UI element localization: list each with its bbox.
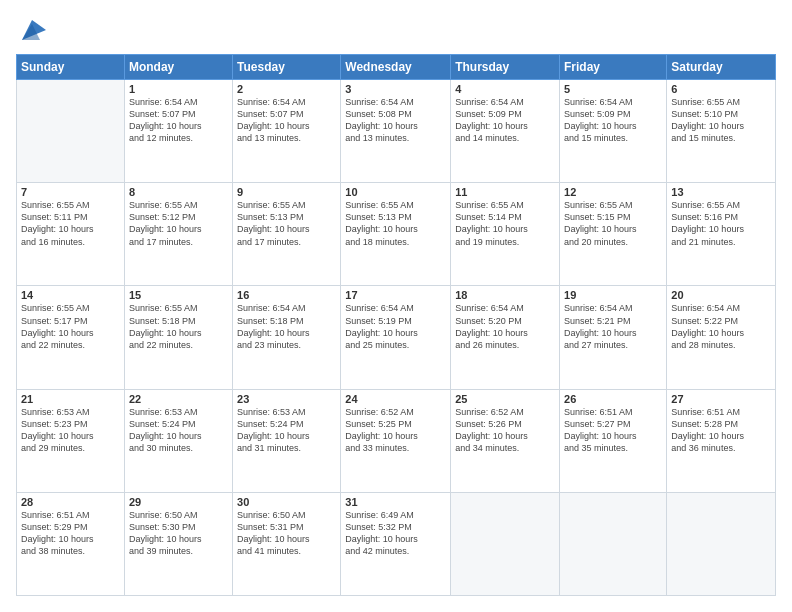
day-info: Sunrise: 6:53 AMSunset: 5:24 PMDaylight:… [237, 406, 336, 455]
day-number: 24 [345, 393, 446, 405]
week-row-2: 7Sunrise: 6:55 AMSunset: 5:11 PMDaylight… [17, 183, 776, 286]
day-number: 9 [237, 186, 336, 198]
calendar-cell: 8Sunrise: 6:55 AMSunset: 5:12 PMDaylight… [124, 183, 232, 286]
day-number: 11 [455, 186, 555, 198]
day-info: Sunrise: 6:52 AMSunset: 5:26 PMDaylight:… [455, 406, 555, 455]
calendar-cell: 29Sunrise: 6:50 AMSunset: 5:30 PMDayligh… [124, 492, 232, 595]
header-cell-tuesday: Tuesday [233, 55, 341, 80]
day-number: 14 [21, 289, 120, 301]
calendar-cell: 21Sunrise: 6:53 AMSunset: 5:23 PMDayligh… [17, 389, 125, 492]
day-number: 18 [455, 289, 555, 301]
calendar-cell [667, 492, 776, 595]
page-header [16, 16, 776, 44]
day-info: Sunrise: 6:55 AMSunset: 5:18 PMDaylight:… [129, 302, 228, 351]
calendar-cell: 11Sunrise: 6:55 AMSunset: 5:14 PMDayligh… [451, 183, 560, 286]
day-number: 5 [564, 83, 662, 95]
calendar-cell: 31Sunrise: 6:49 AMSunset: 5:32 PMDayligh… [341, 492, 451, 595]
calendar-cell: 13Sunrise: 6:55 AMSunset: 5:16 PMDayligh… [667, 183, 776, 286]
day-number: 1 [129, 83, 228, 95]
day-info: Sunrise: 6:54 AMSunset: 5:08 PMDaylight:… [345, 96, 446, 145]
day-info: Sunrise: 6:54 AMSunset: 5:09 PMDaylight:… [564, 96, 662, 145]
calendar-cell: 5Sunrise: 6:54 AMSunset: 5:09 PMDaylight… [560, 80, 667, 183]
header-cell-thursday: Thursday [451, 55, 560, 80]
day-number: 23 [237, 393, 336, 405]
day-number: 21 [21, 393, 120, 405]
day-info: Sunrise: 6:49 AMSunset: 5:32 PMDaylight:… [345, 509, 446, 558]
day-info: Sunrise: 6:52 AMSunset: 5:25 PMDaylight:… [345, 406, 446, 455]
day-info: Sunrise: 6:55 AMSunset: 5:13 PMDaylight:… [345, 199, 446, 248]
day-info: Sunrise: 6:53 AMSunset: 5:24 PMDaylight:… [129, 406, 228, 455]
calendar-cell [560, 492, 667, 595]
day-info: Sunrise: 6:54 AMSunset: 5:20 PMDaylight:… [455, 302, 555, 351]
calendar-cell: 30Sunrise: 6:50 AMSunset: 5:31 PMDayligh… [233, 492, 341, 595]
day-info: Sunrise: 6:54 AMSunset: 5:19 PMDaylight:… [345, 302, 446, 351]
day-number: 15 [129, 289, 228, 301]
day-info: Sunrise: 6:55 AMSunset: 5:13 PMDaylight:… [237, 199, 336, 248]
day-info: Sunrise: 6:54 AMSunset: 5:21 PMDaylight:… [564, 302, 662, 351]
calendar-cell: 6Sunrise: 6:55 AMSunset: 5:10 PMDaylight… [667, 80, 776, 183]
day-number: 31 [345, 496, 446, 508]
calendar-cell: 19Sunrise: 6:54 AMSunset: 5:21 PMDayligh… [560, 286, 667, 389]
day-number: 19 [564, 289, 662, 301]
day-info: Sunrise: 6:53 AMSunset: 5:23 PMDaylight:… [21, 406, 120, 455]
calendar-cell: 26Sunrise: 6:51 AMSunset: 5:27 PMDayligh… [560, 389, 667, 492]
day-number: 13 [671, 186, 771, 198]
calendar-cell: 12Sunrise: 6:55 AMSunset: 5:15 PMDayligh… [560, 183, 667, 286]
day-info: Sunrise: 6:54 AMSunset: 5:18 PMDaylight:… [237, 302, 336, 351]
header-cell-wednesday: Wednesday [341, 55, 451, 80]
calendar-cell: 1Sunrise: 6:54 AMSunset: 5:07 PMDaylight… [124, 80, 232, 183]
day-number: 17 [345, 289, 446, 301]
calendar-cell: 16Sunrise: 6:54 AMSunset: 5:18 PMDayligh… [233, 286, 341, 389]
day-info: Sunrise: 6:51 AMSunset: 5:28 PMDaylight:… [671, 406, 771, 455]
header-cell-friday: Friday [560, 55, 667, 80]
calendar-cell: 28Sunrise: 6:51 AMSunset: 5:29 PMDayligh… [17, 492, 125, 595]
day-number: 29 [129, 496, 228, 508]
week-row-1: 1Sunrise: 6:54 AMSunset: 5:07 PMDaylight… [17, 80, 776, 183]
calendar-cell: 2Sunrise: 6:54 AMSunset: 5:07 PMDaylight… [233, 80, 341, 183]
logo-icon [18, 16, 46, 44]
day-number: 10 [345, 186, 446, 198]
calendar-cell: 10Sunrise: 6:55 AMSunset: 5:13 PMDayligh… [341, 183, 451, 286]
header-row: SundayMondayTuesdayWednesdayThursdayFrid… [17, 55, 776, 80]
day-number: 30 [237, 496, 336, 508]
day-number: 28 [21, 496, 120, 508]
calendar-cell: 4Sunrise: 6:54 AMSunset: 5:09 PMDaylight… [451, 80, 560, 183]
day-number: 3 [345, 83, 446, 95]
calendar-cell: 17Sunrise: 6:54 AMSunset: 5:19 PMDayligh… [341, 286, 451, 389]
day-number: 22 [129, 393, 228, 405]
header-cell-sunday: Sunday [17, 55, 125, 80]
day-number: 27 [671, 393, 771, 405]
day-number: 25 [455, 393, 555, 405]
calendar-page: SundayMondayTuesdayWednesdayThursdayFrid… [0, 0, 792, 612]
calendar-table: SundayMondayTuesdayWednesdayThursdayFrid… [16, 54, 776, 596]
day-number: 26 [564, 393, 662, 405]
calendar-cell [17, 80, 125, 183]
day-info: Sunrise: 6:54 AMSunset: 5:07 PMDaylight:… [129, 96, 228, 145]
day-info: Sunrise: 6:50 AMSunset: 5:30 PMDaylight:… [129, 509, 228, 558]
calendar-cell: 22Sunrise: 6:53 AMSunset: 5:24 PMDayligh… [124, 389, 232, 492]
calendar-cell: 18Sunrise: 6:54 AMSunset: 5:20 PMDayligh… [451, 286, 560, 389]
day-info: Sunrise: 6:51 AMSunset: 5:27 PMDaylight:… [564, 406, 662, 455]
day-info: Sunrise: 6:54 AMSunset: 5:07 PMDaylight:… [237, 96, 336, 145]
calendar-cell [451, 492, 560, 595]
day-number: 4 [455, 83, 555, 95]
calendar-cell: 27Sunrise: 6:51 AMSunset: 5:28 PMDayligh… [667, 389, 776, 492]
day-number: 2 [237, 83, 336, 95]
calendar-cell: 23Sunrise: 6:53 AMSunset: 5:24 PMDayligh… [233, 389, 341, 492]
day-info: Sunrise: 6:55 AMSunset: 5:12 PMDaylight:… [129, 199, 228, 248]
header-cell-monday: Monday [124, 55, 232, 80]
calendar-cell: 24Sunrise: 6:52 AMSunset: 5:25 PMDayligh… [341, 389, 451, 492]
day-info: Sunrise: 6:55 AMSunset: 5:14 PMDaylight:… [455, 199, 555, 248]
day-number: 16 [237, 289, 336, 301]
day-number: 6 [671, 83, 771, 95]
calendar-cell: 3Sunrise: 6:54 AMSunset: 5:08 PMDaylight… [341, 80, 451, 183]
day-info: Sunrise: 6:55 AMSunset: 5:11 PMDaylight:… [21, 199, 120, 248]
day-info: Sunrise: 6:55 AMSunset: 5:15 PMDaylight:… [564, 199, 662, 248]
week-row-5: 28Sunrise: 6:51 AMSunset: 5:29 PMDayligh… [17, 492, 776, 595]
calendar-cell: 7Sunrise: 6:55 AMSunset: 5:11 PMDaylight… [17, 183, 125, 286]
day-info: Sunrise: 6:50 AMSunset: 5:31 PMDaylight:… [237, 509, 336, 558]
logo [16, 16, 46, 44]
header-cell-saturday: Saturday [667, 55, 776, 80]
calendar-cell: 9Sunrise: 6:55 AMSunset: 5:13 PMDaylight… [233, 183, 341, 286]
day-info: Sunrise: 6:51 AMSunset: 5:29 PMDaylight:… [21, 509, 120, 558]
